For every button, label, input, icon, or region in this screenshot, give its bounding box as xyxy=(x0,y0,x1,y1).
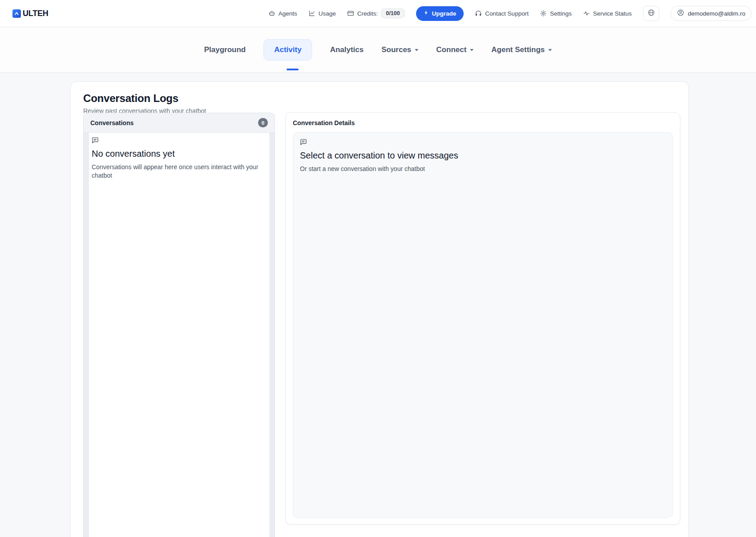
conversations-panel: Conversations 0 No conversations yet Con… xyxy=(83,113,275,537)
headset-icon xyxy=(475,10,482,17)
gear-icon xyxy=(540,10,547,17)
upgrade-label: Upgrade xyxy=(432,10,457,17)
conversations-panel-header: Conversations 0 xyxy=(84,113,275,133)
tab-analytics[interactable]: Analytics xyxy=(330,45,364,54)
tab-agent-settings[interactable]: Agent Settings xyxy=(491,45,552,54)
active-tab-indicator xyxy=(287,69,299,70)
nav-usage-label: Usage xyxy=(319,10,336,17)
conversation-details-panel: Conversation Details Select a conversati… xyxy=(285,112,680,525)
nav-contact-support-label: Contact Support xyxy=(485,10,529,17)
nav-settings-label: Settings xyxy=(550,10,572,17)
nav-usage[interactable]: Usage xyxy=(308,10,336,17)
tab-connect[interactable]: Connect xyxy=(436,45,473,54)
nav-credits-label: Credits: xyxy=(357,10,378,17)
nav-service-status[interactable]: Service Status xyxy=(583,10,632,17)
app-header: ULTEH Agents Usage Credits: 0/100 xyxy=(0,0,756,27)
details-empty-body: Or start a new conversation with your ch… xyxy=(300,165,474,173)
nav-credits[interactable]: Credits: 0/100 xyxy=(347,8,405,18)
conversation-details-title: Conversation Details xyxy=(293,119,673,126)
nav-agents[interactable]: Agents xyxy=(268,10,297,17)
conversations-panel-title: Conversations xyxy=(90,119,133,126)
globe-icon xyxy=(647,9,655,18)
message-square-icon xyxy=(300,139,307,147)
tab-sources[interactable]: Sources xyxy=(381,45,418,54)
credits-counter: 0/100 xyxy=(381,8,404,18)
conversation-details-empty-state: Select a conversation to view messages O… xyxy=(293,132,673,518)
nav-settings[interactable]: Settings xyxy=(540,10,572,17)
brand-name: ULTEH xyxy=(23,9,49,18)
tab-connect-label: Connect xyxy=(436,45,466,54)
conversations-empty-state: No conversations yet Conversations will … xyxy=(89,133,269,537)
chevron-down-icon xyxy=(470,49,473,51)
section-tabbar: Playground Activity Analytics Sources Co… xyxy=(0,27,756,73)
conversations-list[interactable]: No conversations yet Conversations will … xyxy=(84,133,275,537)
tab-agent-settings-label: Agent Settings xyxy=(491,45,545,54)
nav-service-status-label: Service Status xyxy=(593,10,632,17)
conversations-count-badge: 0 xyxy=(258,118,268,127)
tab-activity[interactable]: Activity xyxy=(263,39,312,61)
brand-logo[interactable]: ULTEH xyxy=(12,9,49,18)
account-menu[interactable]: demodemo@aldim.ro xyxy=(671,6,752,21)
upgrade-button[interactable]: Upgrade xyxy=(416,6,464,21)
nav-contact-support[interactable]: Contact Support xyxy=(475,10,529,17)
robot-icon xyxy=(268,10,275,17)
language-button[interactable] xyxy=(643,6,659,21)
lightning-icon xyxy=(424,10,429,17)
user-circle-icon xyxy=(677,9,684,18)
message-square-icon xyxy=(92,138,99,145)
conversations-empty-title: No conversations yet xyxy=(92,149,267,159)
details-empty-title: Select a conversation to view messages xyxy=(300,151,666,161)
tab-sources-label: Sources xyxy=(381,45,411,54)
conversation-logs-card: Conversation Logs Review past conversati… xyxy=(70,81,689,537)
line-chart-icon xyxy=(308,10,315,17)
credit-card-icon xyxy=(347,10,354,17)
pulse-icon xyxy=(583,10,590,17)
conversations-empty-body: Conversations will appear here once user… xyxy=(92,163,266,180)
page-title: Conversation Logs xyxy=(83,92,676,105)
account-email: demodemo@aldim.ro xyxy=(688,10,745,17)
nav-agents-label: Agents xyxy=(279,10,297,17)
tab-playground[interactable]: Playground xyxy=(204,45,246,54)
chevron-down-icon xyxy=(548,49,552,51)
chevron-down-icon xyxy=(415,49,418,51)
brand-chevron-icon xyxy=(12,9,21,18)
